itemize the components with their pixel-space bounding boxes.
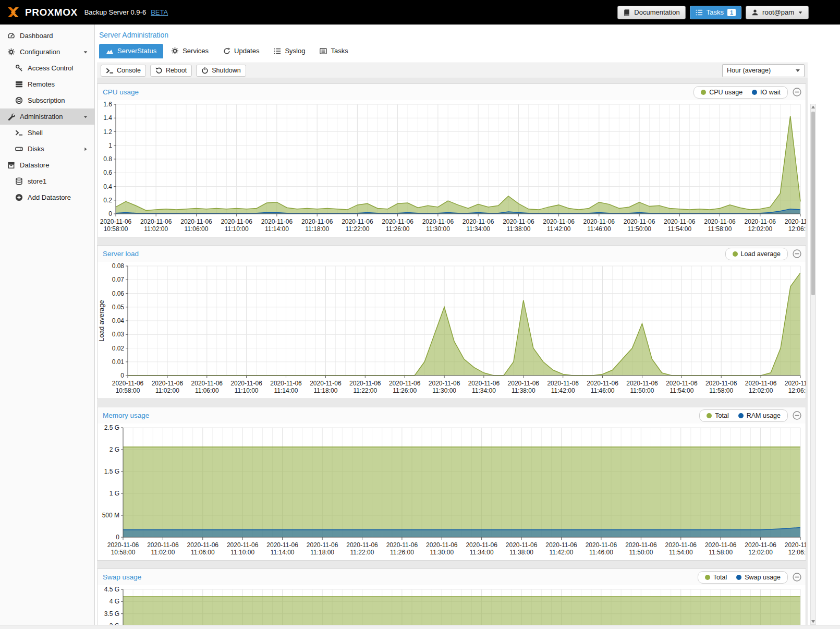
legend-dot [736, 575, 741, 580]
power-icon [201, 67, 209, 74]
svg-text:2020-11-06: 2020-11-06 [386, 541, 418, 549]
svg-text:1.2: 1.2 [103, 128, 112, 136]
svg-text:11:02:00: 11:02:00 [144, 225, 168, 233]
collapse-panel-icon[interactable] [793, 573, 801, 582]
sidebar-item-add-datastore[interactable]: Add Datastore [0, 189, 94, 205]
legend-item[interactable]: IO wait [752, 89, 781, 96]
sidebar-item-subscription[interactable]: Subscription [0, 92, 94, 108]
svg-text:2020-11-06: 2020-11-06 [230, 380, 262, 387]
svg-text:11:06:00: 11:06:00 [191, 549, 215, 556]
legend-label: Swap usage [745, 574, 781, 581]
sidebar-item-dashboard[interactable]: Dashboard [0, 28, 94, 44]
legend-item[interactable]: Total [707, 412, 728, 419]
chart-legend: CPU usageIO wait [693, 86, 788, 99]
svg-text:2020-11-06: 2020-11-06 [152, 380, 184, 387]
tab-serverstatus[interactable]: ServerStatus [99, 44, 163, 58]
sidebar-item-datastore[interactable]: Datastore [0, 157, 94, 173]
horizontal-scrollbar[interactable] [0, 625, 840, 629]
tab-syslog[interactable]: Syslog [267, 44, 312, 58]
svg-text:1.6: 1.6 [103, 101, 112, 108]
collapse-panel-icon[interactable] [793, 411, 801, 420]
legend-label: Load average [741, 250, 781, 258]
svg-text:2020-11-06: 2020-11-06 [301, 218, 333, 225]
svg-text:1.5 G: 1.5 G [104, 468, 119, 475]
svg-text:0: 0 [120, 372, 124, 379]
svg-text:2020-11-06: 2020-11-06 [704, 218, 736, 225]
server-icon [15, 80, 23, 88]
chevron-right-icon[interactable] [81, 147, 90, 152]
panel-title: Server load [103, 250, 139, 258]
svg-text:11:10:00: 11:10:00 [225, 225, 249, 233]
svg-text:2 G: 2 G [109, 446, 119, 453]
collapse-panel-icon[interactable] [793, 88, 801, 96]
legend-item[interactable]: Swap usage [736, 574, 781, 581]
svg-text:11:50:00: 11:50:00 [630, 387, 654, 394]
legend-label: RAM usage [747, 412, 781, 419]
area-chart-icon [106, 47, 114, 55]
tab-services[interactable]: Services [164, 44, 215, 58]
top-header: PROXMOX Backup Server 0.9-6 BETA Documen… [0, 0, 840, 25]
svg-text:0.6: 0.6 [103, 169, 112, 176]
svg-text:2020-11-06: 2020-11-06 [147, 541, 179, 549]
svg-text:11:38:00: 11:38:00 [509, 549, 533, 556]
user-menu-button[interactable]: root@pam [746, 6, 809, 19]
svg-text:4.5 G: 4.5 G [104, 586, 119, 593]
svg-text:12:02:00: 12:02:00 [748, 225, 772, 233]
user-icon [751, 9, 759, 16]
chevron-down-icon [798, 10, 803, 15]
svg-text:11:06:00: 11:06:00 [195, 387, 219, 394]
legend-item[interactable]: Total [705, 574, 727, 581]
scroll-up-arrow-icon[interactable] [811, 106, 815, 108]
chart-legend: Load average [725, 248, 788, 260]
legend-item[interactable]: Load average [733, 250, 781, 258]
legend-dot [705, 575, 710, 580]
timeframe-select[interactable]: Hour (average) [722, 64, 805, 77]
panel-title: CPU usage [103, 88, 139, 96]
svg-text:12:06:00: 12:06:00 [788, 387, 806, 394]
svg-text:2020-11-06: 2020-11-06 [745, 541, 776, 549]
tab-updates[interactable]: Updates [216, 44, 266, 58]
chevron-down-icon[interactable] [81, 50, 90, 55]
sidebar-item-administration[interactable]: Administration [0, 108, 94, 125]
svg-text:2020-11-06: 2020-11-06 [466, 541, 497, 549]
svg-text:2020-11-06: 2020-11-06 [745, 380, 777, 387]
reboot-button[interactable]: Reboot [150, 65, 192, 77]
svg-text:2.5 G: 2.5 G [104, 424, 119, 431]
svg-text:11:02:00: 11:02:00 [155, 387, 179, 394]
sidebar-item-disks[interactable]: Disks [0, 141, 94, 157]
swap-usage-chart: 0500 M1 G1.5 G2 G2.5 G3 G3.5 G4 G4.5 G20… [98, 585, 806, 629]
svg-text:2020-11-06: 2020-11-06 [307, 541, 338, 549]
svg-text:11:46:00: 11:46:00 [587, 225, 611, 233]
console-button[interactable]: Console [101, 65, 146, 77]
sidebar-item-label: Remotes [28, 80, 55, 88]
svg-text:2020-11-06: 2020-11-06 [261, 218, 293, 225]
scroll-down-arrow-icon[interactable] [811, 620, 815, 623]
legend-item[interactable]: RAM usage [738, 412, 781, 419]
vertical-scrollbar[interactable] [810, 104, 816, 625]
cpu-usage-panel: CPU usage CPU usageIO wait 00.20.40.60.8… [97, 83, 806, 237]
svg-text:11:30:00: 11:30:00 [430, 549, 454, 556]
sidebar-item-shell[interactable]: Shell [0, 125, 94, 141]
sidebar-item-access-control[interactable]: Access Control [0, 60, 94, 76]
sidebar-item-configuration[interactable]: Configuration [0, 44, 94, 60]
shutdown-button[interactable]: Shutdown [196, 65, 246, 77]
tab-tasks[interactable]: Tasks [313, 44, 355, 58]
svg-text:11:50:00: 11:50:00 [629, 549, 653, 556]
chevron-down-icon[interactable] [81, 114, 90, 119]
wrench-icon [7, 113, 16, 120]
sidebar-item-remotes[interactable]: Remotes [0, 76, 94, 92]
svg-text:0.04: 0.04 [112, 317, 125, 324]
user-label: root@pam [762, 8, 794, 16]
tasks-button[interactable]: Tasks 1 [690, 6, 741, 19]
documentation-button[interactable]: Documentation [617, 6, 685, 19]
tachometer-icon [7, 32, 16, 40]
scrollbar-thumb[interactable] [811, 112, 815, 295]
collapse-panel-icon[interactable] [793, 249, 801, 258]
sidebar-item-store1[interactable]: store1 [0, 173, 94, 189]
legend-item[interactable]: CPU usage [701, 89, 742, 96]
svg-text:11:26:00: 11:26:00 [390, 549, 414, 556]
beta-link[interactable]: BETA [151, 8, 168, 16]
svg-text:2020-11-06: 2020-11-06 [389, 380, 421, 387]
svg-text:2020-11-06: 2020-11-06 [745, 218, 776, 225]
svg-text:2020-11-06: 2020-11-06 [625, 541, 657, 549]
